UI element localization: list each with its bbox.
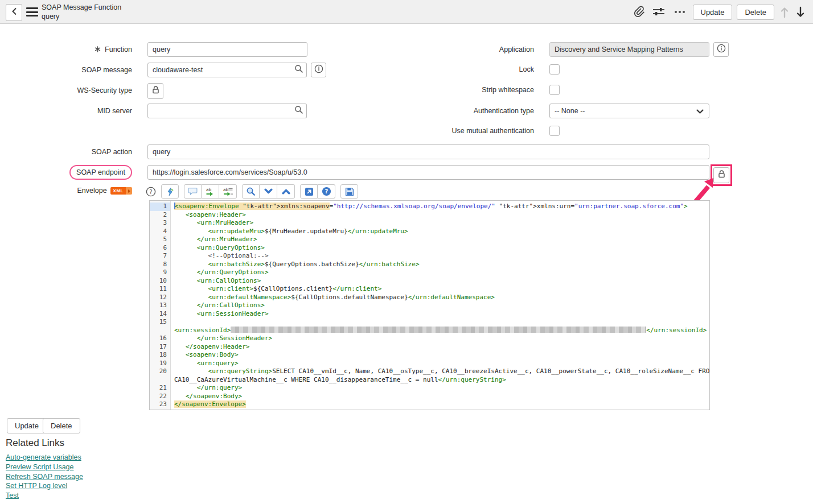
code-line: 19 <urn:query> — [150, 360, 709, 368]
mid-server-input[interactable] — [147, 104, 291, 118]
code-line: 1<soapenv:Envelope "tk-attr">xmlns:soape… — [150, 203, 709, 211]
line-number: 5 — [150, 236, 170, 244]
soap-message-input[interactable] — [147, 63, 291, 77]
use-mutual-authentication-checkbox[interactable] — [549, 126, 560, 136]
soap-message-lookup-button[interactable] — [291, 63, 307, 77]
context-menu-icon[interactable] — [26, 7, 38, 16]
line-number: 18 — [150, 351, 170, 360]
use-mutual-authentication-label: Use mutual authentication — [345, 123, 534, 138]
code-line: 20 <urn:queryString>SELECT CA10__vmId__c… — [150, 367, 709, 376]
record-name-subtitle: query — [42, 12, 121, 21]
soap-message-function-page: SOAP Message Function query Update Delet… — [0, 0, 813, 504]
search-icon[interactable] — [242, 184, 260, 199]
line-number: 11 — [150, 285, 170, 294]
code-line: 23</soapenv:Envelope> — [150, 400, 709, 409]
related-link[interactable]: Set HTTP Log level — [6, 482, 83, 490]
code-line: 2 <soapenv:Header> — [150, 211, 709, 220]
record-type-title: SOAP Message Function — [42, 3, 121, 12]
line-number: 12 — [150, 294, 170, 302]
back-icon — [11, 7, 17, 18]
line-number: 20 — [150, 367, 170, 376]
related-link[interactable]: Refresh SOAP message — [6, 473, 83, 481]
authentication-type-value: -- None -- — [555, 107, 585, 115]
back-button[interactable] — [6, 4, 22, 21]
code-line: CA10__CaAzureVirtualMachine__c WHERE CA1… — [150, 376, 709, 385]
navigate-down-icon[interactable] — [796, 6, 805, 18]
svg-text:ab: ab — [206, 187, 212, 192]
line-number: 9 — [150, 268, 170, 277]
editor-toolbar: ?abab? — [146, 184, 358, 199]
code-line: 11 <urn:client>${CallOptions.client}</ur… — [150, 285, 709, 294]
delete-button-bottom[interactable]: Delete — [43, 418, 80, 433]
mid-server-lookup-button[interactable] — [291, 104, 307, 118]
help-circle-icon[interactable]: ? — [146, 187, 156, 197]
mid-server-label: MID server — [0, 104, 132, 118]
line-number: 21 — [150, 384, 170, 393]
strip-whitespace-checkbox[interactable] — [549, 85, 560, 95]
function-input[interactable] — [147, 42, 307, 57]
info-icon — [717, 44, 726, 55]
line-number: 4 — [150, 228, 170, 236]
replace-all-icon[interactable]: ab — [219, 184, 237, 199]
line-number: 7 — [150, 252, 170, 261]
svg-text:?: ? — [149, 188, 152, 195]
lock-checkbox[interactable] — [549, 64, 560, 75]
code-line: 14 <urn:SessionHeader> — [150, 310, 709, 319]
code-line: 10 <urn:CallOptions> — [150, 277, 709, 286]
soap-message-label: SOAP message — [0, 63, 132, 77]
envelope-xml-editor[interactable]: 1<soapenv:Envelope "tk-attr">xmlns:soape… — [149, 200, 710, 410]
update-button-top[interactable]: Update — [693, 5, 733, 20]
comment-icon[interactable] — [184, 184, 202, 199]
personalize-form-icon[interactable] — [652, 6, 665, 18]
related-link[interactable]: Auto-generate variables — [6, 454, 83, 461]
delete-button-top[interactable]: Delete — [737, 5, 774, 20]
line-number: 14 — [150, 310, 170, 319]
application-preview-button[interactable] — [713, 42, 729, 57]
code-line: 21 </urn:query> — [150, 384, 709, 393]
code-line: 8 <urn:batchSize>${QueryOptions.batchSiz… — [150, 261, 709, 269]
navigate-up-icon[interactable] — [780, 6, 789, 18]
soap-action-input[interactable] — [147, 144, 709, 159]
related-link[interactable]: Test — [6, 492, 83, 499]
top-bar: SOAP Message Function query Update Delet… — [0, 0, 813, 24]
line-number: 6 — [150, 244, 170, 253]
search-icon — [294, 105, 303, 117]
open-new-window-icon[interactable] — [300, 184, 318, 199]
code-line: 13 </urn:CallOptions> — [150, 301, 709, 310]
soap-endpoint-annotation-pill: SOAP endpoint — [69, 165, 132, 180]
lock-label: Lock — [345, 62, 534, 77]
replace-icon[interactable]: ab — [202, 184, 219, 199]
line-number: 1 — [150, 203, 170, 211]
ws-security-unlock-button[interactable] — [147, 83, 163, 99]
authentication-type-label: Authentication type — [345, 104, 534, 118]
attachment-icon[interactable] — [633, 6, 644, 18]
editor-code: 1<soapenv:Envelope "tk-attr">xmlns:soape… — [150, 201, 709, 409]
ws-security-type-label: WS-Security type — [0, 83, 132, 98]
code-line: 18 <soapenv:Body> — [150, 351, 709, 360]
help-filled-icon[interactable]: ? — [318, 184, 335, 199]
related-links-title: Related Links — [6, 437, 64, 449]
code-line: 16 </urn:SessionHeader> — [150, 334, 709, 343]
svg-text:ab: ab — [223, 187, 229, 192]
soap-endpoint-input[interactable] — [147, 165, 709, 180]
code-line: 15 — [150, 318, 709, 327]
more-options-icon[interactable] — [675, 11, 685, 13]
code-line: 6 <urn:QueryOptions> — [150, 244, 709, 253]
soap-action-label: SOAP action — [0, 144, 132, 159]
related-links-list: Auto-generate variablesPreview Script Us… — [6, 454, 83, 499]
authentication-type-select[interactable]: -- None -- — [549, 104, 709, 118]
envelope-label: EnvelopeXML — [0, 184, 132, 197]
save-icon[interactable] — [340, 184, 358, 199]
soap-message-preview-button[interactable] — [311, 63, 326, 77]
soap-endpoint-label: SOAP endpoint — [0, 165, 132, 180]
redacted-session-id — [231, 327, 646, 333]
line-number: 10 — [150, 277, 170, 286]
find-previous-icon[interactable] — [277, 184, 295, 199]
find-next-icon[interactable] — [260, 184, 277, 199]
line-number — [150, 327, 170, 335]
format-code-icon[interactable] — [161, 184, 179, 199]
related-link[interactable]: Preview Script Usage — [6, 464, 83, 471]
line-number: 22 — [150, 393, 170, 401]
update-button-bottom[interactable]: Update — [7, 418, 47, 433]
code-line: 3 <urn:MruHeader> — [150, 219, 709, 228]
